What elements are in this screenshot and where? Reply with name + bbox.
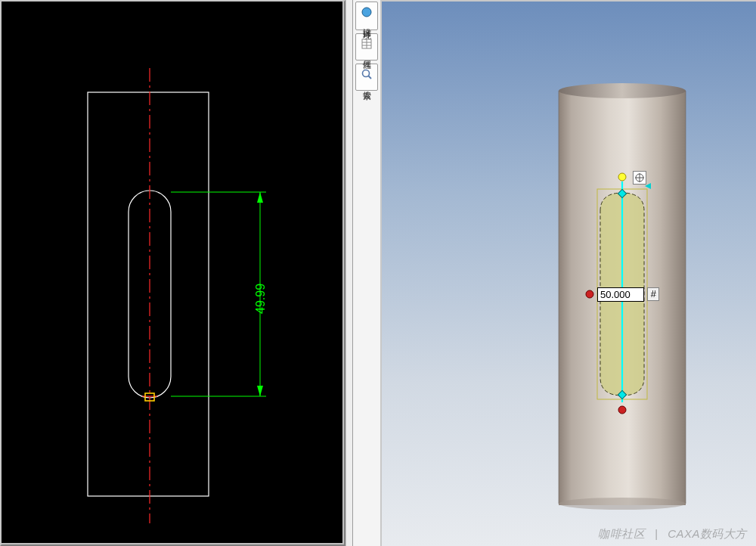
handle-top-yellow[interactable] [618,173,626,181]
cylinder-top-cap [559,83,686,98]
v-scroll-edge [342,2,344,544]
dimension-value-2d[interactable]: 49.99 [254,284,268,314]
svg-line-6 [369,76,372,79]
part-outline-rect [88,92,209,496]
origin-icon-box[interactable] [633,171,646,185]
tab-label: 设计环境 [361,22,373,25]
tab-label: 搜索 [361,84,373,85]
model-3d [382,2,756,546]
drawing-2d [0,0,345,546]
watermark-right: CAXA数码大方 [668,527,747,540]
vertical-tab-strip: 设计环境 属性 搜索 [353,0,380,546]
right-3d-viewport[interactable]: # 咖啡社区 | CAXA数码大方 [380,0,756,546]
handle-left-red[interactable] [586,290,593,298]
sphere-icon [360,5,373,19]
tab-properties[interactable]: 属性 [355,33,378,60]
tab-label: 属性 [361,54,373,55]
dimension-lock-hash[interactable]: # [647,287,659,301]
origin-icon [634,172,645,183]
dim-arrow-top [257,192,263,203]
search-icon [360,67,373,81]
handle-bottom-red[interactable] [618,406,626,414]
tab-search[interactable]: 搜索 [355,64,378,91]
dimension-input-3d[interactable] [597,287,644,302]
dim-arrow-bottom [257,386,263,396]
watermark-text: 咖啡社区 | CAXA数码大方 [598,527,747,541]
tab-design-environment[interactable]: 设计环境 [355,2,378,30]
splitter-bar[interactable] [345,0,353,546]
svg-point-0 [362,8,371,17]
watermark-left: 咖啡社区 [598,527,645,540]
left-2d-viewport[interactable]: 49.99 [0,0,345,546]
watermark-sep: | [655,527,658,540]
cylinder-bottom-cap [559,498,686,510]
h-scroll-edge [2,543,344,544]
properties-icon [360,37,373,51]
svg-point-5 [363,70,370,77]
